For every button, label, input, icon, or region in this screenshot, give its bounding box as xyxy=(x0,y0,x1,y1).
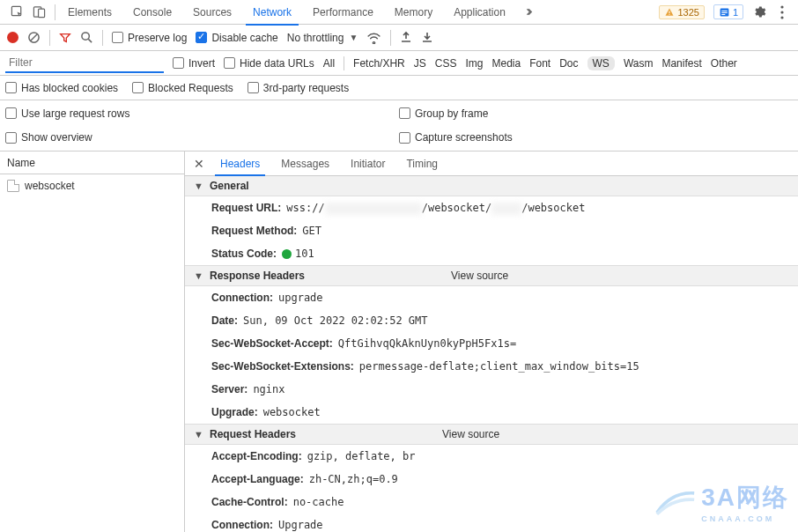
details-tab-headers[interactable]: Headers xyxy=(210,151,270,175)
type-chip-font[interactable]: Font xyxy=(529,57,550,70)
tab-elements[interactable]: Elements xyxy=(57,0,122,25)
type-chip-img[interactable]: Img xyxy=(465,57,483,70)
close-details-icon[interactable]: ✕ xyxy=(188,157,210,171)
type-chip-js[interactable]: JS xyxy=(414,57,426,70)
resource-type-filter: AllFetch/XHRJSCSSImgMediaFontDocWSWasmMa… xyxy=(323,56,737,70)
blocked-cookies-checkbox[interactable]: Has blocked cookies xyxy=(5,82,118,94)
status-code-key: Status Code: xyxy=(211,245,277,262)
response-headers-section-header[interactable]: ▼ Response Headers View source xyxy=(185,265,798,286)
network-conditions-icon[interactable] xyxy=(366,31,381,44)
device-toolbar-icon[interactable] xyxy=(33,5,46,18)
throttling-select[interactable]: No throttling ▼ xyxy=(287,32,358,44)
header-key: Date: xyxy=(211,312,238,329)
svg-rect-8 xyxy=(721,14,725,15)
header-value: zh-CN,zh;q=0.9 xyxy=(309,470,398,488)
request-list-header[interactable]: Name xyxy=(0,151,184,174)
invert-label: Invert xyxy=(188,57,215,70)
more-menu-icon[interactable] xyxy=(775,5,789,19)
header-value: Upgrade xyxy=(278,516,323,532)
header-value: nginx xyxy=(253,381,284,398)
hide-data-urls-checkbox[interactable]: Hide data URLs xyxy=(224,57,314,70)
view-source-link[interactable]: View source xyxy=(442,428,499,440)
type-chip-css[interactable]: CSS xyxy=(435,57,457,70)
clear-icon[interactable] xyxy=(27,31,41,44)
invert-checkbox[interactable]: Invert xyxy=(173,57,215,70)
triangle-down-icon: ▼ xyxy=(194,270,204,281)
show-overview-checkbox[interactable]: Show overview xyxy=(5,130,399,146)
general-section-header[interactable]: ▼ General xyxy=(185,176,798,196)
record-button[interactable] xyxy=(7,32,18,43)
request-list: Name websocket xyxy=(0,151,185,532)
large-rows-checkbox[interactable]: Use large request rows xyxy=(5,106,399,122)
response-header-row: Server: nginx xyxy=(185,378,798,401)
details-scroll[interactable]: ▼ General Request URL: wss:///websocket/… xyxy=(185,176,798,532)
document-icon xyxy=(7,180,19,192)
status-code-row: Status Code: 101 xyxy=(185,242,798,265)
svg-rect-4 xyxy=(669,13,670,14)
tab-console[interactable]: Console xyxy=(122,0,182,25)
tab-network[interactable]: Network xyxy=(242,0,302,25)
type-chip-fetch-xhr[interactable]: Fetch/XHR xyxy=(353,57,405,70)
tab-application[interactable]: Application xyxy=(443,0,516,25)
request-method-value: GET xyxy=(302,222,321,240)
type-chip-other[interactable]: Other xyxy=(711,57,737,70)
response-header-row: Upgrade: websocket xyxy=(185,401,798,424)
export-har-icon[interactable] xyxy=(421,31,433,44)
type-chip-ws[interactable]: WS xyxy=(587,56,615,70)
group-by-frame-checkbox[interactable]: Group by frame xyxy=(399,106,793,122)
disable-cache-checkbox[interactable]: Disable cache xyxy=(196,32,277,44)
divider xyxy=(55,4,55,20)
type-chip-media[interactable]: Media xyxy=(491,57,521,70)
show-overview-label: Show overview xyxy=(21,131,92,144)
response-header-row: Sec-WebSocket-Extensions: permessage-def… xyxy=(185,355,798,378)
preserve-log-checkbox[interactable]: Preserve log xyxy=(112,32,187,44)
filter-input[interactable] xyxy=(5,54,164,73)
triangle-down-icon: ▼ xyxy=(194,181,204,191)
tab-memory[interactable]: Memory xyxy=(384,0,443,25)
settings-icon[interactable] xyxy=(752,5,766,19)
third-party-checkbox[interactable]: 3rd-party requests xyxy=(248,82,349,94)
inspect-group xyxy=(4,5,53,18)
tab-performance[interactable]: Performance xyxy=(302,0,384,25)
request-header-row: Accept-Encoding: gzip, deflate, br xyxy=(185,445,798,468)
svg-line-15 xyxy=(88,39,92,42)
type-chip-doc[interactable]: Doc xyxy=(559,57,578,70)
divider xyxy=(390,30,391,46)
header-value: gzip, deflate, br xyxy=(307,447,416,465)
issues-badge[interactable]: 1 xyxy=(713,4,743,19)
type-chip-all[interactable]: All xyxy=(323,57,335,70)
details-tab-messages[interactable]: Messages xyxy=(270,151,340,175)
request-headers-section-header[interactable]: ▼ Request Headers View source xyxy=(185,424,798,445)
filter-icon[interactable] xyxy=(59,32,71,44)
tab-sources[interactable]: Sources xyxy=(182,0,242,25)
type-chip-manifest[interactable]: Manifest xyxy=(661,57,701,70)
status-code-value: 101 xyxy=(282,245,314,262)
details-tab-timing[interactable]: Timing xyxy=(395,151,448,175)
svg-point-11 xyxy=(780,16,783,18)
third-party-label: 3rd-party requests xyxy=(263,82,349,94)
import-har-icon[interactable] xyxy=(400,31,412,44)
more-tabs-icon[interactable] xyxy=(516,6,545,18)
header-value: Sun, 09 Oct 2022 02:02:52 GMT xyxy=(243,312,428,329)
request-details: ✕ HeadersMessagesInitiatorTiming ▼ Gener… xyxy=(185,151,798,532)
request-method-row: Request Method: GET xyxy=(185,219,798,242)
svg-point-10 xyxy=(780,11,783,13)
header-value: upgrade xyxy=(278,289,323,307)
triangle-down-icon: ▼ xyxy=(194,429,204,440)
blocked-bar: Has blocked cookies Blocked Requests 3rd… xyxy=(0,76,798,100)
request-header-row: Accept-Language: zh-CN,zh;q=0.9 xyxy=(185,468,798,491)
response-headers-label: Response Headers xyxy=(210,270,305,282)
request-header-row: Connection: Upgrade xyxy=(185,514,798,532)
request-row[interactable]: websocket xyxy=(0,174,184,197)
inspect-element-icon[interactable] xyxy=(11,5,24,18)
type-chip-wasm[interactable]: Wasm xyxy=(624,57,654,70)
divider xyxy=(102,30,103,46)
header-key: Connection: xyxy=(211,516,273,532)
search-icon[interactable] xyxy=(80,31,93,44)
capture-screenshots-checkbox[interactable]: Capture screenshots xyxy=(399,130,793,146)
warnings-badge[interactable]: 1325 xyxy=(659,5,704,19)
view-source-link[interactable]: View source xyxy=(451,270,508,282)
details-tab-initiator[interactable]: Initiator xyxy=(340,151,395,175)
blocked-requests-checkbox[interactable]: Blocked Requests xyxy=(132,82,233,94)
capture-screenshots-label: Capture screenshots xyxy=(415,131,513,144)
